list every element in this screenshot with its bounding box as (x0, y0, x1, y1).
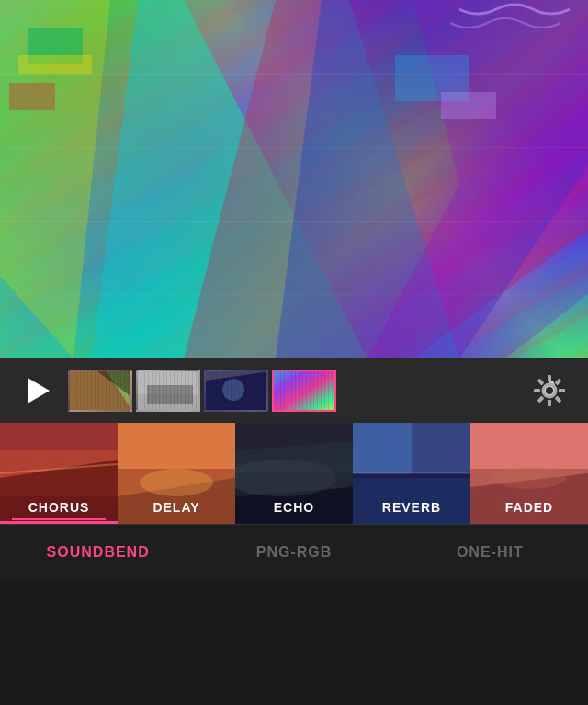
thumb-1-preview (70, 371, 132, 412)
effect-reverb[interactable]: REVERB (353, 423, 470, 524)
toolbar (0, 358, 588, 423)
thumb-3-preview (206, 371, 268, 412)
svg-rect-30 (555, 396, 562, 404)
svg-rect-20 (147, 385, 193, 404)
svg-rect-53 (412, 423, 470, 473)
svg-rect-8 (0, 221, 588, 222)
glitch-art (0, 0, 588, 358)
thumbnail-4[interactable] (272, 370, 336, 412)
play-button[interactable] (18, 370, 59, 411)
svg-point-59 (492, 467, 566, 489)
svg-rect-52 (353, 423, 412, 473)
preview-canvas (0, 0, 588, 358)
svg-rect-11 (18, 55, 92, 74)
settings-button[interactable] (529, 370, 570, 411)
thumb-2-preview (138, 371, 200, 412)
tab-one-hit[interactable]: ONE-HIT (392, 525, 588, 579)
svg-rect-34 (537, 379, 545, 386)
svg-point-44 (140, 469, 213, 496)
svg-rect-14 (441, 92, 496, 119)
delay-label: DELAY (118, 500, 235, 515)
svg-rect-24 (274, 371, 336, 412)
svg-rect-15 (70, 371, 132, 412)
thumbnail-1[interactable] (68, 370, 132, 412)
thumbnail-3[interactable] (204, 370, 268, 412)
play-icon (28, 378, 50, 404)
svg-rect-31 (548, 400, 551, 406)
effects-row: CHORUS DELAY ECHO (0, 423, 588, 524)
svg-rect-12 (9, 83, 55, 110)
effect-delay[interactable]: DELAY (118, 423, 235, 524)
tab-bar: SOUNDBEND PNG-RGB ONE-HIT (0, 524, 588, 579)
svg-rect-29 (559, 389, 565, 392)
svg-marker-17 (97, 371, 132, 399)
svg-rect-27 (548, 375, 551, 381)
svg-rect-6 (0, 74, 588, 75)
svg-rect-21 (206, 371, 268, 412)
effect-chorus[interactable]: CHORUS (0, 423, 118, 524)
svg-rect-33 (534, 389, 540, 392)
svg-marker-16 (70, 371, 132, 412)
svg-rect-9 (0, 294, 588, 295)
svg-rect-25 (274, 371, 336, 412)
faded-label: FADED (470, 500, 588, 515)
svg-point-36 (546, 387, 553, 394)
svg-rect-19 (138, 371, 200, 394)
thumbnail-2[interactable] (136, 370, 200, 412)
svg-rect-7 (0, 147, 588, 148)
svg-rect-32 (537, 396, 545, 404)
svg-rect-18 (138, 371, 200, 412)
active-indicator (0, 521, 118, 524)
thumb-4-preview (274, 371, 336, 412)
preview-area (0, 0, 588, 358)
svg-rect-28 (555, 379, 562, 386)
effect-faded[interactable]: FADED (470, 423, 588, 524)
thumbnails-strip (68, 370, 520, 412)
effect-echo[interactable]: ECHO (235, 423, 353, 524)
reverb-label: REVERB (353, 500, 470, 515)
svg-point-23 (222, 379, 244, 401)
gear-icon (533, 374, 566, 407)
tab-soundbend[interactable]: SOUNDBEND (0, 525, 196, 579)
echo-label: ECHO (235, 500, 353, 515)
tab-png-rgb[interactable]: PNG-RGB (196, 525, 391, 579)
svg-marker-22 (206, 371, 268, 412)
chorus-label: CHORUS (0, 500, 118, 515)
